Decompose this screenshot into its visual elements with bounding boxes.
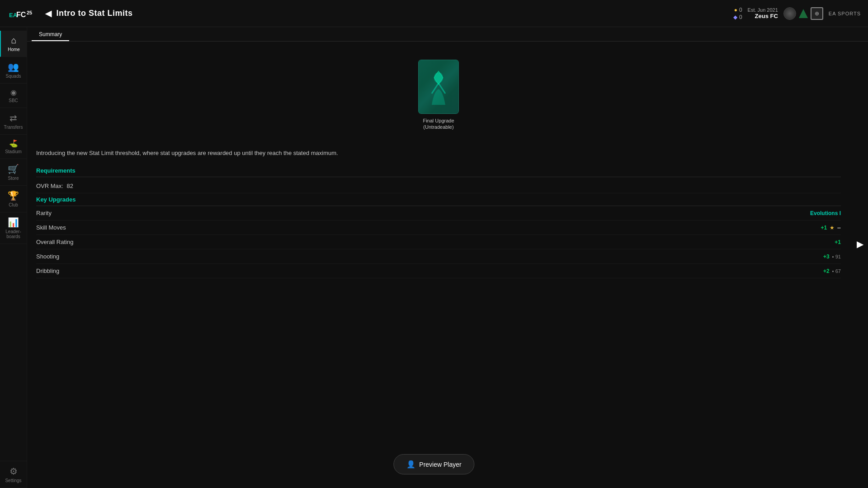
- overall-value: +1: [835, 239, 841, 245]
- upgrade-row-dribbling: Dribbling +2 ▪ 67: [36, 264, 841, 278]
- user-info: Est. Jun 2021 Zeus FC: [748, 7, 778, 19]
- home-icon: ⌂: [11, 35, 16, 46]
- topbar-right: ● 0 ◆ 0 Est. Jun 2021 Zeus FC ⊕ EA SPORT…: [733, 7, 861, 20]
- ea-sports-logo: EA SPORTS: [829, 11, 861, 16]
- sidebar-item-store[interactable]: 🛒 Store: [0, 159, 27, 186]
- shooting-number: ▪ 91: [832, 254, 841, 259]
- svg-text:25: 25: [27, 10, 32, 15]
- topbar: EA FC 25 ◀ Intro to Stat Limits ● 0 ◆ 0 …: [0, 0, 868, 27]
- page-title: Intro to Stat Limits: [57, 9, 133, 18]
- topbar-left: EA FC 25 ◀ Intro to Stat Limits: [7, 5, 137, 22]
- card-label: Final Upgrade (Untradeable): [423, 117, 454, 131]
- squads-icon: 👥: [8, 61, 19, 72]
- sidebar-label-home: Home: [8, 47, 20, 52]
- sidebar-label-squads: Squads: [6, 74, 21, 79]
- ovr-max-label: OVR Max: 82: [36, 183, 73, 189]
- evolutions-label: Evolutions I: [810, 210, 841, 216]
- player-card: [418, 60, 459, 114]
- card-background: [418, 60, 459, 114]
- tab-summary-label: Summary: [39, 31, 62, 38]
- sbc-icon: ◉: [10, 88, 17, 97]
- content-area: Final Upgrade (Untradeable) Introducing …: [27, 42, 868, 314]
- fc25-logo: EA FC 25: [7, 5, 34, 22]
- player-card-section: Final Upgrade (Untradeable): [36, 51, 841, 140]
- right-arrow[interactable]: ▶: [857, 239, 863, 249]
- requirements-header: Requirements: [36, 164, 841, 177]
- coins-row2: ◆ 0: [733, 14, 742, 20]
- skill-moves-number: ▪▪: [837, 225, 841, 230]
- preview-player-label: Preview Player: [419, 461, 461, 468]
- upgrade-row-overall: Overall Rating +1: [36, 235, 841, 249]
- sidebar-label-store: Store: [8, 176, 19, 181]
- user-est: Est. Jun 2021: [748, 7, 778, 13]
- coins-value2: 0: [739, 14, 742, 20]
- sidebar-label-leaderboards: Leader-boards: [2, 229, 25, 239]
- preview-player-button[interactable]: 👤 Preview Player: [393, 454, 474, 474]
- shooting-delta: +3: [823, 253, 830, 260]
- player-card-wrapper: Final Upgrade (Untradeable): [418, 60, 459, 131]
- leaderboards-icon: 📊: [8, 217, 19, 228]
- coins-row1: ● 0: [734, 7, 742, 13]
- main-content: Summary: [27, 27, 868, 488]
- sidebar-label-transfers: Transfers: [4, 125, 23, 130]
- sidebar-item-leaderboards[interactable]: 📊 Leader-boards: [0, 212, 27, 244]
- dribbling-label: Dribbling: [36, 267, 59, 274]
- user-name: Zeus FC: [755, 13, 778, 19]
- upgrade-row-rarity: Rarity Evolutions I: [36, 206, 841, 221]
- club-icon-badge: ⊕: [811, 7, 823, 20]
- sidebar-label-sbc: SBC: [9, 98, 18, 103]
- coin-icon2: ◆: [733, 14, 737, 20]
- shooting-value: +3 ▪ 91: [823, 253, 841, 260]
- card-shine-overlay: [419, 60, 458, 113]
- sidebar-item-stadium[interactable]: ⛳ Stadium: [0, 135, 27, 159]
- tab-summary[interactable]: Summary: [32, 28, 69, 41]
- overall-delta: +1: [835, 239, 841, 245]
- skill-moves-delta: +1: [821, 225, 827, 231]
- transfers-icon: ⇄: [9, 113, 17, 123]
- sidebar-item-club[interactable]: 🏆 Club: [0, 186, 27, 212]
- stadium-icon: ⛳: [9, 139, 18, 148]
- dribbling-number: ▪ 67: [832, 268, 841, 274]
- skill-moves-label: Skill Moves: [36, 224, 66, 231]
- store-icon: 🛒: [8, 164, 19, 174]
- svg-text:FC: FC: [16, 11, 26, 19]
- sidebar-label-stadium: Stadium: [5, 149, 22, 154]
- shooting-label: Shooting: [36, 253, 59, 260]
- club-triangle-badge: [799, 9, 808, 18]
- description-text: Introducing the new Stat Limit threshold…: [36, 149, 841, 158]
- preview-player-icon: 👤: [406, 460, 415, 469]
- overall-label: Overall Rating: [36, 239, 73, 245]
- back-button[interactable]: ◀ Intro to Stat Limits: [42, 7, 137, 20]
- coin-icon1: ●: [734, 7, 737, 13]
- tabs-bar: Summary: [27, 27, 868, 42]
- settings-icon: ⚙: [9, 466, 18, 477]
- skill-moves-value: +1 ★ ▪▪: [821, 225, 841, 231]
- dribbling-value: +2 ▪ 67: [823, 268, 841, 274]
- sidebar-label-club: Club: [9, 202, 18, 207]
- skill-moves-stars: ★: [830, 225, 835, 231]
- sidebar-label-settings: Settings: [5, 478, 21, 483]
- club-icon: 🏆: [8, 190, 19, 201]
- upgrade-row-shooting: Shooting +3 ▪ 91: [36, 249, 841, 264]
- sidebar-item-squads[interactable]: 👥 Squads: [0, 57, 27, 84]
- card-label-line1: Final Upgrade: [423, 117, 454, 124]
- upgrade-row-skill-moves: Skill Moves +1 ★ ▪▪: [36, 221, 841, 235]
- club-badge: [783, 7, 796, 20]
- back-icon: ◀: [45, 9, 52, 19]
- coins-info: ● 0 ◆ 0: [733, 7, 742, 20]
- sidebar-item-sbc[interactable]: ◉ SBC: [0, 84, 27, 108]
- sidebar: ⌂ Home 👥 Squads ◉ SBC ⇄ Transfers ⛳ Stad…: [0, 27, 27, 488]
- dribbling-delta: +2: [823, 268, 830, 274]
- key-upgrades-header: Key Upgrades: [36, 193, 841, 206]
- sidebar-item-settings[interactable]: ⚙ Settings: [0, 461, 27, 488]
- ovr-max-row: OVR Max: 82: [36, 179, 841, 193]
- sidebar-item-home[interactable]: ⌂ Home: [0, 31, 27, 57]
- coins-value1: 0: [739, 7, 742, 13]
- sidebar-item-transfers[interactable]: ⇄ Transfers: [0, 108, 27, 135]
- rarity-label: Rarity: [36, 210, 52, 216]
- card-label-line2: (Untradeable): [423, 124, 454, 130]
